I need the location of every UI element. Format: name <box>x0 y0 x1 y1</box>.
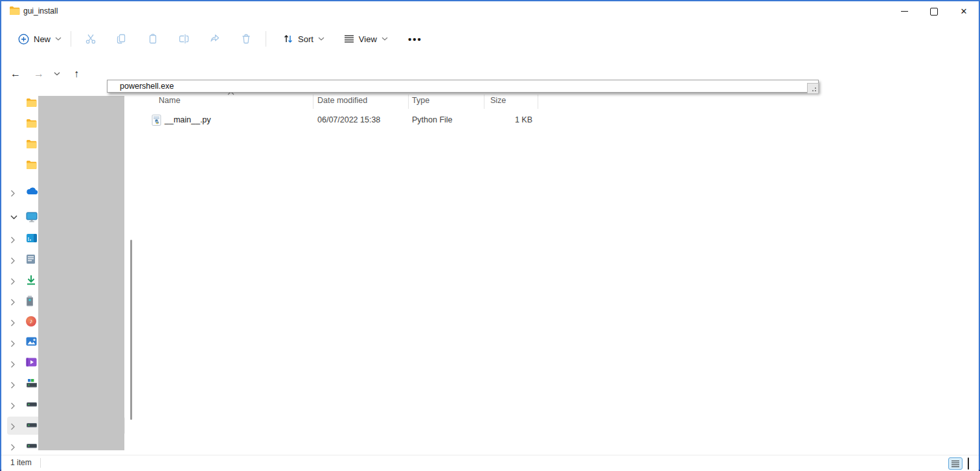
new-plus-icon <box>18 34 29 45</box>
rename-icon <box>178 33 190 45</box>
file-size: 1 KB <box>484 115 532 124</box>
column-header-date-modified[interactable]: Date modified <box>317 96 367 105</box>
maximize-button[interactable] <box>919 1 949 21</box>
chevron-down-icon[interactable] <box>10 215 17 220</box>
folder-icon <box>26 98 37 108</box>
cut-button[interactable] <box>75 27 106 51</box>
drive-icon <box>26 441 38 450</box>
desktop-icon <box>26 233 38 243</box>
resize-grip[interactable] <box>807 83 819 94</box>
details-view-toggle[interactable] <box>948 457 963 470</box>
sort-icon <box>283 34 293 44</box>
new-button[interactable]: New <box>13 30 67 49</box>
chevron-right-icon[interactable] <box>10 361 15 368</box>
file-date-modified: 06/07/2022 15:38 <box>317 115 380 124</box>
maximize-icon <box>930 8 938 16</box>
chevron-right-icon[interactable] <box>10 278 15 285</box>
paste-button[interactable] <box>137 27 168 51</box>
status-bar: 1 item <box>1 455 979 471</box>
scissors-icon <box>85 33 97 45</box>
file-name[interactable]: __main__.py <box>165 115 211 124</box>
file-list-pane: Name Date modified Type Size __main__.py… <box>137 92 976 455</box>
up-button[interactable]: ↑ <box>67 65 85 83</box>
paste-icon <box>147 33 159 45</box>
file-row[interactable]: __main__.py 06/07/2022 15:38 Python File… <box>137 112 552 129</box>
windows-drive-icon <box>26 378 38 388</box>
column-separator[interactable] <box>538 95 538 109</box>
see-more-button[interactable]: ••• <box>404 34 427 45</box>
column-separator[interactable] <box>408 95 409 109</box>
file-type: Python File <box>412 115 453 124</box>
column-header-size[interactable]: Size <box>490 96 506 105</box>
column-header-name[interactable]: Name <box>159 96 180 105</box>
copy-icon <box>116 33 128 45</box>
sort-button-label: Sort <box>298 34 313 44</box>
folder-icon <box>26 160 37 170</box>
recent-locations-button[interactable] <box>51 65 63 83</box>
chevron-right-icon[interactable] <box>10 423 15 430</box>
view-list-icon <box>344 34 354 43</box>
back-button[interactable]: ← <box>6 65 25 83</box>
music-note-glyph: ♪ <box>30 316 33 327</box>
pictures-icon <box>26 337 37 346</box>
trash-icon <box>240 33 252 45</box>
chevron-right-icon[interactable] <box>10 236 15 244</box>
close-button[interactable]: ✕ <box>949 1 979 21</box>
folder-icon <box>26 119 37 128</box>
toolbar-divider <box>71 31 71 47</box>
column-separator[interactable] <box>484 95 484 109</box>
device-icon <box>26 295 34 306</box>
this-pc-icon <box>26 212 38 222</box>
address-autocomplete-dropdown: powershell.exe <box>107 80 819 93</box>
chevron-right-icon[interactable] <box>10 299 15 306</box>
large-icons-view-toggle[interactable] <box>964 457 979 470</box>
title-bar: gui_install ✕ <box>1 1 979 22</box>
file-explorer-window: gui_install ✕ New <box>0 0 980 471</box>
drive-icon <box>26 420 38 430</box>
large-icons-view-icon <box>968 458 975 470</box>
status-divider <box>40 458 41 468</box>
folder-icon <box>26 139 37 149</box>
command-bar: New Sort View <box>1 22 979 56</box>
drive-icon <box>26 399 38 409</box>
redaction-overlay <box>38 96 124 450</box>
window-title: gui_install <box>23 1 58 21</box>
chevron-right-icon[interactable] <box>10 319 15 327</box>
onedrive-cloud-icon <box>26 187 38 195</box>
forward-button[interactable]: → <box>30 65 48 83</box>
chevron-right-icon[interactable] <box>10 340 15 347</box>
rename-button[interactable] <box>168 27 199 51</box>
column-header-type[interactable]: Type <box>412 96 429 105</box>
chevron-down-icon <box>54 72 60 76</box>
python-file-icon <box>152 115 161 126</box>
minimize-icon <box>901 11 908 12</box>
chevron-down-icon <box>382 37 388 41</box>
share-icon <box>209 33 221 45</box>
new-button-label: New <box>34 34 51 44</box>
close-icon: ✕ <box>961 6 968 16</box>
view-button[interactable]: View <box>337 30 394 48</box>
chevron-right-icon[interactable] <box>10 190 15 197</box>
item-count: 1 item <box>10 458 32 467</box>
share-button[interactable] <box>199 27 231 51</box>
chevron-down-icon <box>55 37 62 41</box>
chevron-right-icon[interactable] <box>10 444 15 451</box>
copy-button[interactable] <box>106 27 137 51</box>
sidebar-scrollbar[interactable] <box>130 240 132 420</box>
sort-button[interactable]: Sort <box>277 30 331 48</box>
autocomplete-item[interactable]: powershell.exe <box>108 80 818 92</box>
chevron-right-icon[interactable] <box>10 257 15 264</box>
documents-icon <box>26 254 36 264</box>
music-icon: ♪ <box>26 316 36 327</box>
chevron-right-icon[interactable] <box>10 382 15 389</box>
minimize-button[interactable] <box>889 1 919 21</box>
navigation-pane: ♪ <box>1 92 137 455</box>
chevron-right-icon[interactable] <box>10 402 15 409</box>
toolbar-divider <box>266 31 266 47</box>
videos-icon <box>26 358 37 367</box>
delete-button[interactable] <box>231 27 262 51</box>
view-button-label: View <box>359 34 377 44</box>
chevron-down-icon <box>318 37 325 41</box>
column-separator[interactable] <box>313 95 313 109</box>
folder-icon <box>9 6 20 16</box>
